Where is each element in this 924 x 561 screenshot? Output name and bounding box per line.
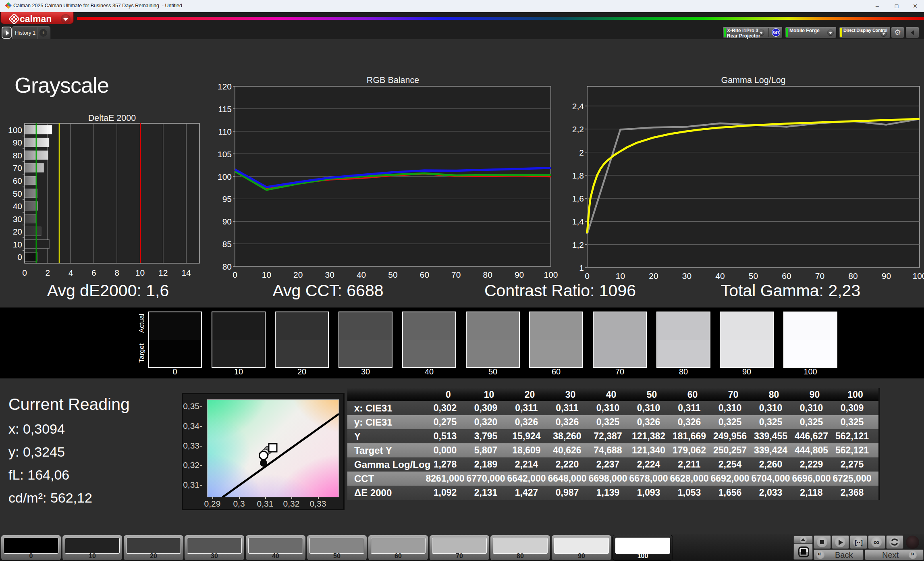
svg-text:90: 90 xyxy=(13,138,22,147)
svg-text:80: 80 xyxy=(848,271,858,280)
svg-text:Gamma Log/Log: Gamma Log/Log xyxy=(721,75,785,85)
svg-text:1,8: 1,8 xyxy=(572,171,584,180)
svg-text:0: 0 xyxy=(233,270,237,279)
svg-text:12: 12 xyxy=(158,268,168,277)
svg-text:80: 80 xyxy=(222,262,232,271)
svg-text:100: 100 xyxy=(912,271,924,280)
svg-text:2,4: 2,4 xyxy=(572,102,584,111)
svg-text:70: 70 xyxy=(13,163,22,172)
svg-text:50: 50 xyxy=(13,189,22,198)
svg-text:4: 4 xyxy=(69,268,73,277)
svg-text:85: 85 xyxy=(222,239,232,249)
svg-text:100: 100 xyxy=(544,270,558,279)
svg-text:60: 60 xyxy=(420,270,429,279)
svg-text:70: 70 xyxy=(451,270,461,279)
svg-text:20: 20 xyxy=(13,227,22,236)
svg-text:90: 90 xyxy=(515,270,524,279)
svg-text:10: 10 xyxy=(262,270,271,279)
svg-text:DeltaE 2000: DeltaE 2000 xyxy=(88,113,136,123)
svg-text:2: 2 xyxy=(579,148,584,157)
svg-text:0: 0 xyxy=(585,271,590,280)
svg-text:90: 90 xyxy=(222,217,232,226)
svg-text:2: 2 xyxy=(45,268,50,277)
svg-text:20: 20 xyxy=(293,270,303,279)
svg-text:1,2: 1,2 xyxy=(572,240,584,249)
svg-text:60: 60 xyxy=(782,271,791,280)
svg-text:40: 40 xyxy=(357,270,366,279)
svg-text:100: 100 xyxy=(218,172,232,181)
svg-text:60: 60 xyxy=(13,176,22,185)
svg-text:RGB Balance: RGB Balance xyxy=(367,75,419,85)
svg-text:50: 50 xyxy=(749,271,758,280)
svg-text:10: 10 xyxy=(616,271,625,280)
svg-text:1,4: 1,4 xyxy=(572,217,584,226)
svg-text:30: 30 xyxy=(325,270,334,279)
svg-text:10: 10 xyxy=(135,268,145,277)
svg-text:90: 90 xyxy=(882,271,891,280)
svg-text:0: 0 xyxy=(22,268,27,277)
svg-text:30: 30 xyxy=(13,214,22,224)
svg-text:40: 40 xyxy=(715,271,725,280)
svg-text:40: 40 xyxy=(13,202,22,211)
svg-text:6: 6 xyxy=(91,268,96,277)
svg-text:30: 30 xyxy=(682,271,691,280)
svg-text:115: 115 xyxy=(218,104,232,114)
svg-text:100: 100 xyxy=(8,125,22,135)
svg-text:20: 20 xyxy=(649,271,658,280)
svg-text:105: 105 xyxy=(218,150,232,159)
svg-text:1,6: 1,6 xyxy=(572,194,584,203)
svg-text:0: 0 xyxy=(17,252,22,262)
svg-text:80: 80 xyxy=(483,270,492,279)
svg-text:80: 80 xyxy=(13,151,22,160)
svg-text:1: 1 xyxy=(579,263,584,272)
svg-text:2,2: 2,2 xyxy=(572,125,584,134)
svg-text:110: 110 xyxy=(218,127,232,136)
svg-text:10: 10 xyxy=(13,240,22,249)
svg-text:14: 14 xyxy=(181,268,191,277)
svg-text:120: 120 xyxy=(218,82,232,91)
svg-text:8: 8 xyxy=(114,268,119,277)
svg-text:50: 50 xyxy=(388,270,397,279)
svg-text:70: 70 xyxy=(815,271,824,280)
svg-text:95: 95 xyxy=(222,194,232,204)
